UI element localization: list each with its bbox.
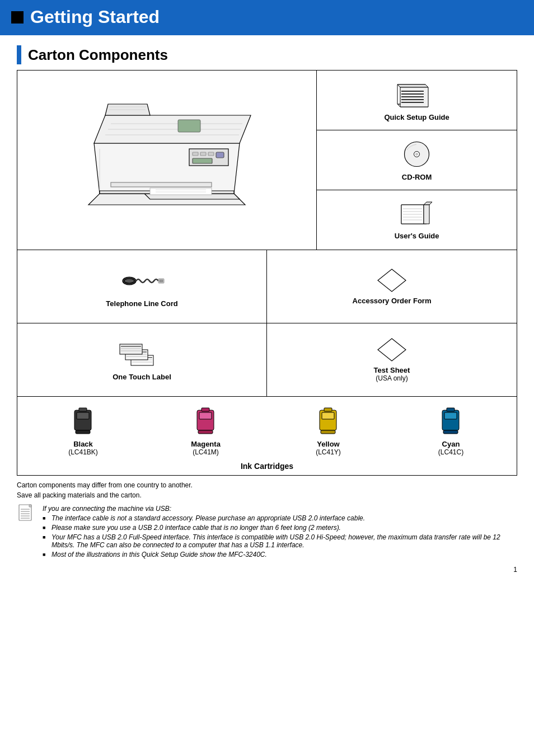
cdrom-label: CD-ROM — [402, 173, 432, 181]
usb-note-title: If you are connecting the machine via US… — [43, 505, 517, 513]
notes-line2: Save all packing materials and the carto… — [17, 491, 517, 499]
ink-cartridges-label: Ink Cartridges — [241, 462, 293, 471]
svg-rect-64 — [76, 430, 90, 434]
svg-rect-69 — [202, 408, 209, 411]
svg-marker-38 — [424, 205, 429, 224]
svg-rect-65 — [79, 408, 87, 411]
svg-rect-75 — [444, 412, 457, 419]
svg-rect-76 — [443, 430, 458, 434]
header-black-square — [11, 11, 24, 24]
notes-section: Carton components may differ from one co… — [17, 481, 517, 560]
printer-image-cell — [17, 71, 317, 250]
svg-rect-63 — [77, 412, 89, 419]
ink-magenta-item: Magenta (LC41M) — [190, 406, 221, 456]
svg-rect-67 — [199, 412, 212, 419]
notes-line1: Carton components may differ from one co… — [17, 481, 517, 489]
usb-note-list-item: Your MFC has a USB 2.0 Full-Speed interf… — [43, 533, 517, 549]
usb-note-list-item: The interface cable is not a standard ac… — [43, 514, 517, 522]
telephone-cord-icon — [117, 265, 167, 296]
telephone-cell: Telephone Line Cord — [17, 250, 267, 323]
svg-rect-73 — [324, 408, 332, 411]
ink-items: Black (LC41BK) Magenta (LC41M) — [22, 406, 512, 456]
ink-yellow-item: Yellow (LC41Y) — [313, 406, 344, 456]
users-guide-label: User's Guide — [395, 232, 439, 240]
ink-magenta-label: Magenta — [191, 440, 221, 448]
ink-cyan-label: Cyan — [442, 440, 460, 448]
accessory-cell: Accessory Order Form — [267, 250, 517, 323]
ink-black-sublabel: (LC41BK) — [68, 448, 98, 456]
ink-black-icon — [68, 406, 99, 436]
test-sheet-icon — [377, 337, 407, 363]
ink-cyan-icon — [435, 406, 466, 436]
quick-setup-guide-label: Quick Setup Guide — [384, 113, 449, 121]
svg-rect-72 — [321, 430, 335, 434]
ink-black-label: Black — [73, 440, 93, 448]
ink-magenta-icon — [190, 406, 221, 436]
svg-marker-79 — [29, 505, 31, 507]
svg-rect-20 — [150, 188, 212, 195]
usb-note-list: The interface cable is not a standard ac… — [43, 514, 517, 558]
ink-cyan-item: Cyan (LC41C) — [435, 406, 466, 456]
section-heading: Carton Components — [17, 45, 517, 64]
quick-setup-guide-icon — [395, 79, 439, 110]
note-icon — [17, 504, 37, 528]
right-column: Quick Setup Guide CD-ROM — [317, 71, 517, 250]
svg-marker-61 — [378, 339, 406, 361]
svg-rect-47 — [160, 280, 163, 282]
users-guide-item: User's Guide — [317, 190, 517, 250]
svg-marker-48 — [378, 269, 406, 292]
svg-rect-68 — [198, 430, 213, 434]
row-mid: Telephone Line Cord Accessory Order Form — [17, 250, 517, 323]
svg-point-45 — [124, 279, 134, 283]
telephone-line-cord-label: Telephone Line Cord — [106, 299, 177, 308]
one-touch-label: One Touch Label — [113, 373, 171, 381]
svg-point-34 — [416, 153, 418, 156]
test-sheet-label: Test Sheet — [374, 366, 410, 374]
ink-cartridges-row: Black (LC41BK) Magenta (LC41M) — [17, 397, 517, 475]
users-guide-icon — [399, 200, 435, 228]
test-sheet-cell: Test Sheet (USA only) — [267, 323, 517, 396]
usb-note-list-item: Please make sure you use a USB 2.0 inter… — [43, 524, 517, 532]
svg-rect-77 — [447, 408, 455, 411]
usb-note-list-item: Most of the illustrations in this Quick … — [43, 551, 517, 558]
svg-rect-11 — [216, 152, 224, 158]
accessory-order-form-label: Accessory Order Form — [353, 297, 432, 305]
ink-yellow-icon — [313, 406, 344, 436]
svg-rect-71 — [322, 412, 334, 419]
svg-rect-10 — [208, 152, 214, 156]
header-title: Getting Started — [30, 7, 160, 27]
ink-yellow-label: Yellow — [317, 440, 339, 448]
svg-marker-25 — [397, 84, 428, 87]
test-sheet-sublabel: (USA only) — [376, 374, 407, 382]
quick-setup-guide-item: Quick Setup Guide — [317, 71, 517, 130]
svg-rect-9 — [200, 152, 206, 156]
row-mid2: One Touch Label Test Sheet (USA only) — [17, 323, 517, 397]
ink-cyan-sublabel: (LC41C) — [438, 448, 463, 456]
one-touch-label-icon — [114, 339, 170, 369]
section-title: Carton Components — [28, 46, 168, 64]
accessory-order-form-icon — [377, 268, 407, 293]
header-bar: Getting Started — [0, 0, 534, 35]
carton-grid: Quick Setup Guide CD-ROM — [17, 70, 517, 476]
svg-rect-13 — [111, 182, 212, 187]
note-paper-icon — [17, 504, 37, 524]
ink-magenta-sublabel: (LC41M) — [193, 448, 219, 456]
page-number: 1 — [17, 566, 517, 574]
usb-note-content: If you are connecting the machine via US… — [43, 505, 517, 560]
printer-icon — [77, 98, 256, 222]
svg-rect-12 — [193, 158, 212, 163]
cdrom-icon — [401, 139, 432, 170]
ink-yellow-sublabel: (LC41Y) — [316, 448, 341, 456]
svg-rect-57 — [120, 344, 142, 354]
row-top: Quick Setup Guide CD-ROM — [17, 71, 517, 250]
usb-note: If you are connecting the machine via US… — [17, 505, 517, 560]
svg-marker-37 — [424, 202, 432, 205]
cdrom-item: CD-ROM — [317, 130, 517, 190]
section-bar — [17, 45, 21, 64]
svg-rect-16 — [178, 120, 200, 132]
svg-rect-8 — [193, 152, 198, 156]
ink-black-item: Black (LC41BK) — [68, 406, 99, 456]
one-touch-cell: One Touch Label — [17, 323, 267, 396]
